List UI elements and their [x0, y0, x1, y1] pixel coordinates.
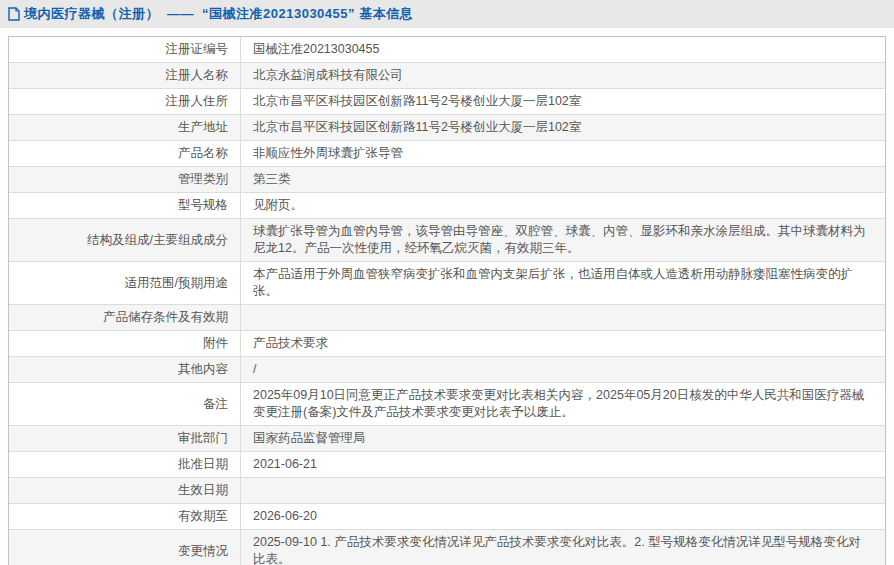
row-value: 见附页。	[241, 193, 885, 218]
row-value: /	[241, 357, 885, 382]
row-value: 2025-09-10 1. 产品技术要求变化情况详见产品技术要求变化对比表。2.…	[241, 530, 885, 565]
row-value: 2021-06-21	[241, 452, 885, 477]
row-label: 适用范围/预期用途	[9, 262, 241, 304]
row-value: 北京永益润成科技有限公司	[241, 63, 885, 88]
table-row: 管理类别第三类	[9, 166, 885, 192]
table-row: 变更情况2025-09-10 1. 产品技术要求变化情况详见产品技术要求变化对比…	[9, 529, 885, 565]
row-value: 国家药品监督管理局	[241, 426, 885, 451]
row-value: 北京市昌平区科技园区创新路11号2号楼创业大厦一层102室	[241, 89, 885, 114]
document-icon	[8, 7, 20, 21]
table-row: 审批部门国家药品监督管理局	[9, 425, 885, 451]
row-label: 注册证编号	[9, 37, 241, 62]
info-table: 注册证编号国械注准20213030455注册人名称北京永益润成科技有限公司注册人…	[8, 36, 886, 565]
page-title: 境内医疗器械（注册）——“国械注准20213030455” 基本信息	[24, 5, 413, 23]
row-value: 北京市昌平区科技园区创新路11号2号楼创业大厦一层102室	[241, 115, 885, 140]
row-label: 变更情况	[9, 530, 241, 565]
row-value	[241, 478, 885, 503]
table-row: 注册人住所北京市昌平区科技园区创新路11号2号楼创业大厦一层102室	[9, 88, 885, 114]
device-category: 境内医疗器械（注册）	[24, 6, 159, 21]
table-row: 有效期至2026-06-20	[9, 503, 885, 529]
row-value: 第三类	[241, 167, 885, 192]
row-value: 非顺应性外周球囊扩张导管	[241, 141, 885, 166]
row-label: 附件	[9, 331, 241, 356]
table-row: 产品名称非顺应性外周球囊扩张导管	[9, 140, 885, 166]
table-row: 生效日期	[9, 477, 885, 503]
row-label: 生产地址	[9, 115, 241, 140]
row-label: 型号规格	[9, 193, 241, 218]
table-row: 附件产品技术要求	[9, 330, 885, 356]
table-row: 批准日期2021-06-21	[9, 451, 885, 477]
table-row: 其他内容/	[9, 356, 885, 382]
row-label: 有效期至	[9, 504, 241, 529]
page-header: 境内医疗器械（注册）——“国械注准20213030455” 基本信息	[0, 0, 894, 28]
row-value: 产品技术要求	[241, 331, 885, 356]
row-value: 2026-06-20	[241, 504, 885, 529]
table-row: 结构及组成/主要组成成分球囊扩张导管为血管内导管，该导管由导管座、双腔管、球囊、…	[9, 218, 885, 261]
row-label: 其他内容	[9, 357, 241, 382]
table-row: 型号规格见附页。	[9, 192, 885, 218]
row-label: 注册人住所	[9, 89, 241, 114]
table-row: 注册证编号国械注准20213030455	[9, 37, 885, 62]
row-label: 审批部门	[9, 426, 241, 451]
row-value	[241, 305, 885, 330]
row-label: 生效日期	[9, 478, 241, 503]
row-label: 批准日期	[9, 452, 241, 477]
row-value: 本产品适用于外周血管狭窄病变扩张和血管内支架后扩张，也适用自体或人造透析用动静脉…	[241, 262, 885, 304]
row-label: 备注	[9, 383, 241, 425]
title-separator: ——	[167, 6, 194, 21]
row-value: 球囊扩张导管为血管内导管，该导管由导管座、双腔管、球囊、内管、显影环和亲水涂层组…	[241, 219, 885, 261]
row-value: 国械注准20213030455	[241, 37, 885, 62]
row-label: 产品储存条件及有效期	[9, 305, 241, 330]
table-row: 生产地址北京市昌平区科技园区创新路11号2号楼创业大厦一层102室	[9, 114, 885, 140]
row-label: 注册人名称	[9, 63, 241, 88]
table-row: 产品储存条件及有效期	[9, 304, 885, 330]
row-label: 管理类别	[9, 167, 241, 192]
registration-title: “国械注准20213030455” 基本信息	[202, 6, 413, 21]
row-label: 产品名称	[9, 141, 241, 166]
table-row: 适用范围/预期用途本产品适用于外周血管狭窄病变扩张和血管内支架后扩张，也适用自体…	[9, 261, 885, 304]
row-value: 2025年09月10日同意更正产品技术要求变更对比表相关内容，2025年05月2…	[241, 383, 885, 425]
row-label: 结构及组成/主要组成成分	[9, 219, 241, 261]
table-row: 备注2025年09月10日同意更正产品技术要求变更对比表相关内容，2025年05…	[9, 382, 885, 425]
table-row: 注册人名称北京永益润成科技有限公司	[9, 62, 885, 88]
